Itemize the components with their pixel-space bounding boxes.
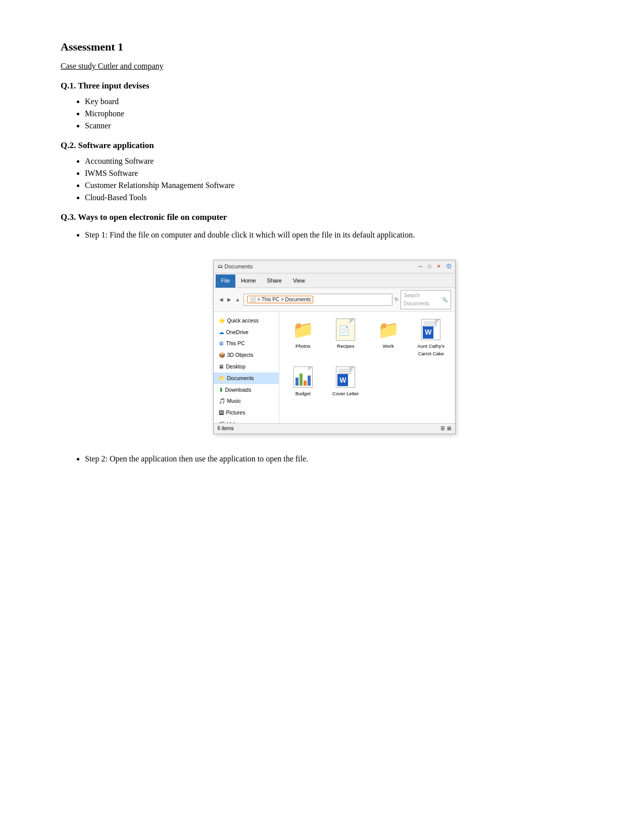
step-1-text: Step 1: Find the file on computer and do… xyxy=(85,230,415,239)
quickaccess-icon: ⭐ xyxy=(219,316,225,325)
list-item: Scanner xyxy=(85,121,583,130)
file-item-auntcathy[interactable]: W Aunt Cathy's Carrot Cake xyxy=(412,317,450,359)
fe-view-controls: ☰ ⊞ xyxy=(440,425,451,433)
documents-icon: 📁 xyxy=(219,374,225,383)
step-2-item: Step 2: Open the application then use th… xyxy=(85,452,583,466)
refresh-icon[interactable]: ↻ xyxy=(394,296,399,304)
q1-heading: Q.1. Three input devises xyxy=(61,81,583,91)
file-item-photos[interactable]: 📁 Photos xyxy=(284,317,322,359)
list-item: Customer Relationship Management Softwar… xyxy=(85,181,583,190)
ribbon-tab-share[interactable]: Share xyxy=(262,274,287,288)
fe-ribbon: File Home Share View xyxy=(214,273,455,288)
fe-titlebar: 🗂 Documents ─ □ ✕ ⓘ xyxy=(214,260,455,274)
fe-addressbar: ◀ ▶ ▲ ⬜ > This PC > Documents xyxy=(214,288,455,312)
fe-main: ⭐ Quick access ☁ OneDrive 🖥 This PC xyxy=(214,312,455,423)
q2-list: Accounting Software IWMS Software Custom… xyxy=(85,157,583,202)
pictures-icon: 🖼 xyxy=(219,408,224,417)
sidebar-item-3dobjects[interactable]: 📦 3D Objects xyxy=(214,349,279,361)
word-auntcathy-icon: W xyxy=(420,319,441,340)
q1-list: Key board Microphone Scanner xyxy=(85,97,583,130)
fe-title-text: Documents xyxy=(225,262,253,271)
search-icon: 🔍 xyxy=(442,296,448,303)
help-icon: ⓘ xyxy=(447,263,451,270)
list-item: Accounting Software xyxy=(85,157,583,166)
doc-recipes-icon: 📄 xyxy=(335,319,356,340)
file-item-work[interactable]: 📁 Work xyxy=(370,317,408,359)
file-explorer: 🗂 Documents ─ □ ✕ ⓘ xyxy=(213,260,456,434)
downloads-icon: ⬇ xyxy=(219,386,223,394)
list-item: IWMS Software xyxy=(85,169,583,178)
fe-titlebar-controls: ─ □ ✕ ⓘ xyxy=(417,263,451,270)
ribbon-tab-view[interactable]: View xyxy=(287,274,311,288)
onedrive-icon: ☁ xyxy=(219,328,224,337)
q2-heading: Q.2. Software application xyxy=(61,141,583,151)
folder-photos-icon: 📁 xyxy=(292,319,314,340)
excel-budget-icon xyxy=(292,366,314,388)
case-study-link[interactable]: Case study Cutler and company xyxy=(61,62,583,71)
list-item: Key board xyxy=(85,97,583,106)
3dobjects-icon: 📦 xyxy=(219,351,225,359)
file-label-recipes: Recipes xyxy=(337,342,354,350)
desktop-icon: 🖥 xyxy=(219,362,224,371)
q3-section: Q.3. Ways to open electronic file on com… xyxy=(61,212,583,465)
step-2-text: Step 2: Open the application then use th… xyxy=(85,454,308,463)
steps-list: Step 1: Find the file on computer and do… xyxy=(85,228,583,465)
ribbon-tab-file[interactable]: File xyxy=(216,274,236,288)
sidebar-item-desktop[interactable]: 🖥 Desktop xyxy=(214,361,279,373)
document-container: Assessment 1 Case study Cutler and compa… xyxy=(61,40,583,465)
file-item-recipes[interactable]: 📄 Recipes xyxy=(327,317,365,359)
folder-work-icon: 📁 xyxy=(378,319,399,340)
fe-nav-buttons: ◀ ▶ ▲ xyxy=(218,295,242,304)
fe-titlebar-icons: 🗂 xyxy=(218,262,223,270)
fe-sidebar: ⭐ Quick access ☁ OneDrive 🖥 This PC xyxy=(214,312,279,423)
word-coverletter-icon: W xyxy=(335,366,356,388)
list-view-icon[interactable]: ☰ xyxy=(440,425,445,433)
q2-section: Q.2. Software application Accounting Sof… xyxy=(61,141,583,202)
file-item-coverletter[interactable]: W Cover Letter xyxy=(327,364,365,399)
sidebar-item-pictures[interactable]: 🖼 Pictures xyxy=(214,407,279,419)
file-label-work: Work xyxy=(383,342,394,350)
fe-search-box[interactable]: Search Documents 🔍 xyxy=(401,290,451,309)
maximize-icon[interactable]: □ xyxy=(426,263,433,270)
fe-item-count: 6 items xyxy=(218,425,234,433)
thispc-icon: 🖥 xyxy=(219,339,224,348)
file-label-photos: Photos xyxy=(295,342,311,350)
sidebar-item-music[interactable]: 🎵 Music xyxy=(214,395,279,407)
fe-statusbar: 6 items ☰ ⊞ xyxy=(214,423,455,434)
address-path-text: ⬜ > This PC > Documents xyxy=(247,295,313,304)
sidebar-item-videos[interactable]: 🎬 Videos xyxy=(214,419,279,423)
sidebar-item-onedrive[interactable]: ☁ OneDrive xyxy=(214,327,279,338)
address-path-highlight: ⬜ > This PC > Documents xyxy=(247,296,313,303)
list-item: Cloud-Based Tools xyxy=(85,193,583,202)
q3-heading: Q.3. Ways to open electronic file on com… xyxy=(61,212,583,222)
fe-ribbon-tabs: File Home Share View xyxy=(214,273,455,288)
sidebar-item-thispc[interactable]: 🖥 This PC xyxy=(214,338,279,349)
file-label-auntcathy: Aunt Cathy's Carrot Cake xyxy=(414,342,448,357)
minimize-icon[interactable]: ─ xyxy=(417,263,424,270)
list-item: Microphone xyxy=(85,109,583,118)
step-1-item: Step 1: Find the file on computer and do… xyxy=(85,228,583,444)
music-icon: 🎵 xyxy=(219,397,225,405)
up-icon[interactable]: ▲ xyxy=(234,295,242,304)
sidebar-item-downloads[interactable]: ⬇ Downloads xyxy=(214,384,279,396)
sidebar-item-quickaccess[interactable]: ⭐ Quick access xyxy=(214,315,279,327)
forward-icon[interactable]: ▶ xyxy=(226,295,233,304)
file-item-budget[interactable]: Budget xyxy=(284,364,322,399)
fe-address-box[interactable]: ⬜ > This PC > Documents xyxy=(243,294,392,306)
search-placeholder-text: Search Documents xyxy=(404,292,441,308)
file-label-coverletter: Cover Letter xyxy=(332,390,359,397)
sidebar-item-documents[interactable]: 📁 Documents xyxy=(214,373,279,384)
q1-section: Q.1. Three input devises Key board Micro… xyxy=(61,81,583,130)
fe-titlebar-left: 🗂 Documents xyxy=(218,262,253,271)
back-icon[interactable]: ◀ xyxy=(218,295,225,304)
videos-icon: 🎬 xyxy=(219,420,225,423)
grid-view-icon[interactable]: ⊞ xyxy=(447,425,451,433)
ribbon-tab-home[interactable]: Home xyxy=(235,274,261,288)
page-title: Assessment 1 xyxy=(61,40,583,54)
fe-content: 📁 Photos 📄 xyxy=(279,312,455,423)
close-icon[interactable]: ✕ xyxy=(435,263,442,270)
file-label-budget: Budget xyxy=(295,390,311,397)
